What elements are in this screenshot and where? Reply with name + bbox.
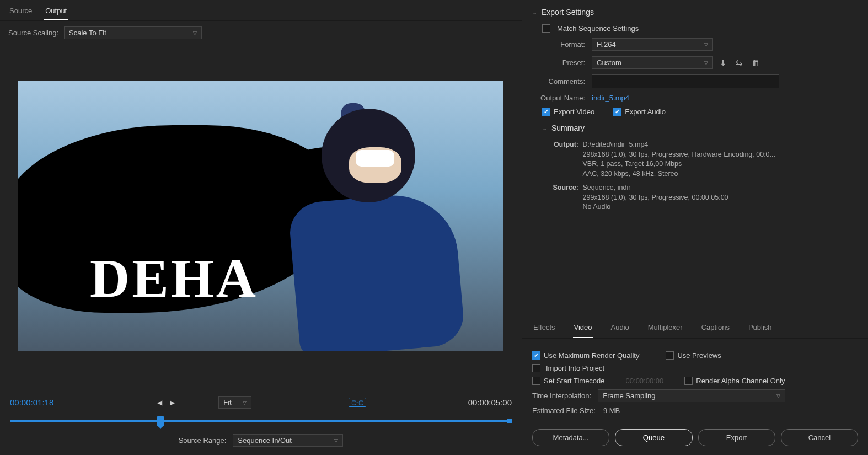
- timeline-controls: 00:00:01:18 ◀ ▶ Fit ▽ ▢◦▢ 00:00:05:00 So…: [0, 387, 522, 455]
- chevron-down-icon: ▽: [334, 438, 338, 443]
- summary-title: Summary: [551, 124, 585, 132]
- tab-audio[interactable]: Audio: [610, 321, 630, 338]
- max-render-checkbox[interactable]: [532, 351, 540, 360]
- tab-captions[interactable]: Captions: [700, 321, 731, 338]
- source-scaling-dropdown[interactable]: Scale To Fit ▽: [64, 26, 202, 39]
- format-label: Format:: [542, 40, 592, 49]
- current-timecode[interactable]: 00:00:01:18: [10, 398, 53, 407]
- format-dropdown[interactable]: H.264 ▽: [592, 38, 713, 51]
- preview-frame: DEHA: [18, 81, 503, 351]
- character-graphic: [261, 92, 492, 346]
- chevron-down-icon: ⌄: [532, 9, 537, 16]
- cancel-button[interactable]: Cancel: [781, 429, 858, 446]
- match-sequence-checkbox[interactable]: [542, 24, 550, 33]
- import-project-checkbox[interactable]: [532, 364, 540, 372]
- start-timecode-value: 00:00:00:00: [626, 377, 664, 385]
- use-previews-label: Use Previews: [677, 351, 721, 360]
- chevron-down-icon: ▽: [704, 60, 708, 66]
- export-button[interactable]: Export: [698, 429, 775, 446]
- timeline-track: [10, 420, 512, 422]
- zoom-fit-value: Fit: [223, 398, 231, 406]
- metadata-button[interactable]: Metadata...: [532, 429, 609, 446]
- summary-output-text: D:\edited\indir_5.mp4 298x168 (1,0), 30 …: [582, 140, 775, 179]
- match-sequence-label: Match Sequence Settings: [557, 24, 639, 33]
- tab-output[interactable]: Output: [44, 4, 68, 20]
- preview-panel: Source Output Source Scaling: Scale To F…: [0, 0, 522, 455]
- timeline-scrubber[interactable]: [10, 415, 512, 426]
- tab-effects[interactable]: Effects: [532, 321, 556, 338]
- import-preset-icon[interactable]: ⇆: [733, 57, 745, 69]
- zoom-fit-dropdown[interactable]: Fit ▽: [218, 396, 251, 409]
- output-name-label: Output Name:: [532, 94, 592, 102]
- export-settings-title: Export Settings: [542, 8, 594, 17]
- set-start-tc-label: Set Start Timecode: [544, 377, 605, 385]
- time-interp-value: Frame Sampling: [603, 392, 655, 400]
- comments-label: Comments:: [542, 77, 592, 85]
- chevron-down-icon: ▽: [193, 30, 197, 36]
- set-start-tc-checkbox[interactable]: [532, 377, 540, 385]
- export-video-label: Export Video: [554, 108, 594, 116]
- preview-area: DEHA: [0, 45, 522, 387]
- chevron-down-icon: ▽: [704, 42, 708, 47]
- preset-dropdown[interactable]: Custom ▽: [592, 56, 713, 69]
- export-video-checkbox[interactable]: [542, 108, 550, 116]
- summary-source-label: Source:: [550, 183, 578, 193]
- summary-header[interactable]: ⌄ Summary: [542, 124, 858, 132]
- source-range-value: Sequence In/Out: [238, 436, 292, 445]
- preset-value: Custom: [597, 58, 621, 67]
- source-scaling-value: Scale To Fit: [69, 29, 106, 37]
- export-settings-header[interactable]: ⌄ Export Settings: [532, 8, 858, 17]
- est-size-label: Estimated File Size:: [532, 406, 596, 415]
- render-alpha-label: Render Alpha Channel Only: [696, 377, 785, 385]
- format-value: H.264: [597, 40, 616, 49]
- preset-label: Preset:: [542, 58, 592, 67]
- source-scaling-label: Source Scaling:: [8, 29, 58, 37]
- export-audio-label: Export Audio: [625, 108, 666, 116]
- import-project-label: Import Into Project: [546, 364, 604, 372]
- source-scaling-row: Source Scaling: Scale To Fit ▽: [0, 21, 522, 45]
- render-options: Use Maximum Render Quality Use Previews …: [522, 339, 868, 424]
- max-render-label: Use Maximum Render Quality: [544, 351, 639, 360]
- timeline-out-marker[interactable]: [507, 419, 512, 423]
- chevron-down-icon: ▽: [776, 393, 780, 399]
- est-size-value: 9 MB: [603, 406, 620, 415]
- tab-multiplexer[interactable]: Multiplexer: [647, 321, 684, 338]
- time-interp-dropdown[interactable]: Frame Sampling ▽: [598, 389, 785, 402]
- queue-button[interactable]: Queue: [615, 429, 692, 446]
- save-preset-icon[interactable]: ⬇: [717, 57, 729, 69]
- source-range-label: Source Range:: [179, 436, 227, 445]
- prev-frame-button[interactable]: ◀: [156, 399, 164, 406]
- tab-source[interactable]: Source: [8, 4, 33, 20]
- range-select-icon[interactable]: ▢◦▢: [349, 398, 366, 407]
- timeline-playhead[interactable]: [157, 416, 164, 425]
- preview-tabs: Source Output: [0, 0, 522, 21]
- comments-input[interactable]: [592, 74, 779, 88]
- action-buttons: Metadata... Queue Export Cancel: [522, 424, 868, 455]
- render-alpha-checkbox[interactable]: [684, 377, 693, 385]
- use-previews-checkbox[interactable]: [666, 351, 674, 360]
- delete-preset-icon[interactable]: 🗑: [749, 57, 762, 68]
- next-frame-button[interactable]: ▶: [168, 399, 176, 406]
- time-interp-label: Time Interpolation:: [532, 392, 591, 400]
- chevron-down-icon: ⌄: [542, 125, 547, 132]
- chevron-down-icon: ▽: [243, 400, 247, 405]
- summary-output-label: Output:: [550, 140, 578, 150]
- export-settings-panel: ⌄ Export Settings Match Sequence Setting…: [522, 0, 868, 455]
- tab-video[interactable]: Video: [573, 321, 593, 338]
- end-timecode: 00:00:05:00: [468, 398, 512, 407]
- summary-source-text: Sequence, indir 299x168 (1,0), 30 fps, P…: [582, 183, 728, 212]
- tab-publish[interactable]: Publish: [747, 321, 773, 338]
- source-range-dropdown[interactable]: Sequence In/Out ▽: [233, 434, 343, 447]
- output-name-link[interactable]: indir_5.mp4: [592, 94, 629, 102]
- preview-overlay-text: DEHA: [90, 247, 258, 310]
- export-audio-checkbox[interactable]: [613, 108, 621, 116]
- export-sub-tabs: Effects Video Audio Multiplexer Captions…: [522, 315, 868, 339]
